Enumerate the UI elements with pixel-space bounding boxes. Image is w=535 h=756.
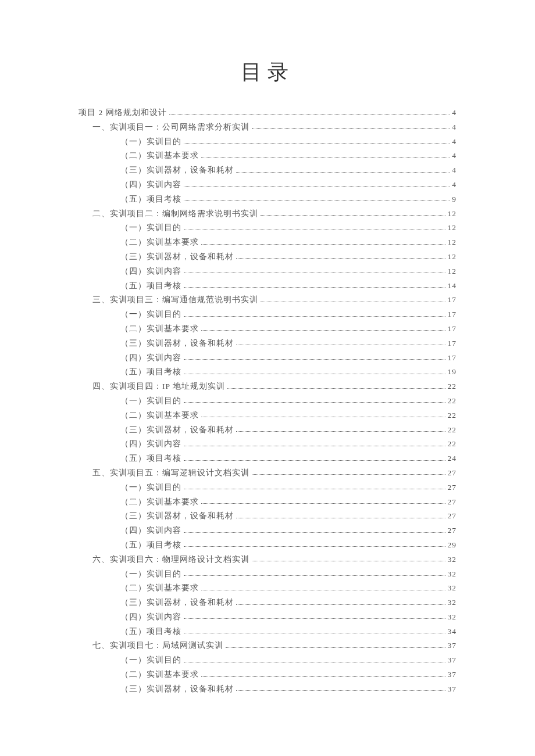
toc-entry-label: （四）实训内容 xyxy=(120,526,181,535)
toc-entry[interactable]: （四）实训内容4 xyxy=(79,181,456,189)
toc-entry-page: 4 xyxy=(452,166,456,174)
toc-entry-label: （一）实训目的 xyxy=(120,570,181,578)
toc-entry-page: 17 xyxy=(448,325,457,333)
toc-entry-label: 三、实训项目三：编写通信规范说明书实训 xyxy=(92,296,258,304)
toc-entry[interactable]: （四）实训内容22 xyxy=(79,440,456,448)
toc-entry[interactable]: （一）实训目的32 xyxy=(79,570,456,578)
toc-leader-dots xyxy=(226,647,445,648)
toc-entry-label: 二、实训项目二：编制网络需求说明书实训 xyxy=(92,210,258,218)
toc-list: 项目 2 网络规划和设计4一、实训项目一：公司网络需求分析实训4（一）实训目的4… xyxy=(79,109,456,693)
toc-leader-dots xyxy=(201,590,445,590)
toc-leader-dots xyxy=(184,186,450,187)
toc-entry-label: （一）实训目的 xyxy=(120,224,181,232)
toc-entry-label: （三）实训器材，设备和耗材 xyxy=(120,426,234,434)
toc-entry[interactable]: （三）实训器材，设备和耗材32 xyxy=(79,599,456,607)
toc-entry-page: 37 xyxy=(448,685,457,693)
toc-leader-dots xyxy=(236,172,450,173)
toc-entry[interactable]: （二）实训基本要求4 xyxy=(79,152,456,160)
toc-entry[interactable]: 二、实训项目二：编制网络需求说明书实训12 xyxy=(79,210,456,218)
toc-leader-dots xyxy=(261,302,445,302)
toc-leader-dots xyxy=(169,114,450,115)
toc-entry-page: 32 xyxy=(448,599,457,607)
toc-entry-page: 32 xyxy=(448,613,457,621)
toc-entry[interactable]: （五）项目考核24 xyxy=(79,454,456,463)
toc-entry[interactable]: （四）实训内容32 xyxy=(79,613,456,621)
toc-entry-page: 17 xyxy=(448,339,457,347)
toc-entry[interactable]: （三）实训器材，设备和耗材27 xyxy=(79,512,456,520)
toc-entry[interactable]: （一）实训目的37 xyxy=(79,656,456,664)
toc-entry[interactable]: （二）实训基本要求32 xyxy=(79,584,456,592)
toc-leader-dots xyxy=(184,633,445,633)
toc-leader-dots xyxy=(184,489,445,489)
toc-entry-label: （一）实训目的 xyxy=(120,656,181,664)
toc-entry-page: 22 xyxy=(448,397,457,405)
toc-entry-page: 4 xyxy=(452,109,456,117)
toc-leader-dots xyxy=(184,374,445,374)
toc-entry[interactable]: 三、实训项目三：编写通信规范说明书实训17 xyxy=(79,296,456,304)
toc-entry[interactable]: （三）实训器材，设备和耗材37 xyxy=(79,685,456,693)
toc-entry-label: （二）实训基本要求 xyxy=(120,671,199,679)
toc-entry-label: 一、实训项目一：公司网络需求分析实训 xyxy=(92,123,249,131)
toc-entry-page: 37 xyxy=(448,656,457,664)
toc-entry[interactable]: （一）实训目的17 xyxy=(79,310,456,318)
toc-entry[interactable]: （三）实训器材，设备和耗材12 xyxy=(79,253,456,261)
toc-entry[interactable]: （五）项目考核29 xyxy=(79,541,456,549)
toc-entry-label: （五）项目考核 xyxy=(120,282,181,290)
toc-entry-label: （二）实训基本要求 xyxy=(120,411,199,420)
toc-entry-page: 32 xyxy=(448,570,457,578)
toc-entry[interactable]: 四、实训项目四：IP 地址规划实训22 xyxy=(79,382,456,390)
toc-entry[interactable]: （三）实训器材，设备和耗材22 xyxy=(79,426,456,434)
toc-leader-dots xyxy=(201,417,445,417)
toc-entry[interactable]: （四）实训内容12 xyxy=(79,267,456,275)
toc-entry[interactable]: （一）实训目的22 xyxy=(79,397,456,405)
toc-entry-page: 22 xyxy=(448,426,457,434)
toc-entry-page: 12 xyxy=(448,224,457,232)
toc-entry[interactable]: （三）实训器材，设备和耗材17 xyxy=(79,339,456,347)
toc-entry-page: 27 xyxy=(448,483,457,492)
toc-entry[interactable]: （一）实训目的12 xyxy=(79,224,456,232)
toc-entry[interactable]: （二）实训基本要求37 xyxy=(79,671,456,679)
toc-entry[interactable]: （五）项目考核14 xyxy=(79,282,456,290)
toc-entry-page: 12 xyxy=(448,210,457,218)
toc-entry-page: 14 xyxy=(448,282,457,290)
toc-entry[interactable]: （五）项目考核19 xyxy=(79,368,456,376)
toc-entry[interactable]: （五）项目考核9 xyxy=(79,195,456,203)
toc-entry-page: 17 xyxy=(448,354,457,362)
toc-entry-label: （三）实训器材，设备和耗材 xyxy=(120,512,234,520)
toc-entry[interactable]: （三）实训器材，设备和耗材4 xyxy=(79,166,456,174)
toc-entry-label: 六、实训项目六：物理网络设计文档实训 xyxy=(92,556,249,564)
toc-entry-page: 19 xyxy=(448,368,457,376)
toc-leader-dots xyxy=(227,388,445,389)
toc-leader-dots xyxy=(184,446,445,446)
toc-entry[interactable]: （四）实训内容27 xyxy=(79,526,456,535)
toc-entry-label: （二）实训基本要求 xyxy=(120,238,199,246)
toc-entry[interactable]: 五、实训项目五：编写逻辑设计文档实训27 xyxy=(79,469,456,477)
toc-entry-label: （五）项目考核 xyxy=(120,454,181,463)
toc-entry-label: 七、实训项目七：局域网测试实训 xyxy=(92,642,223,650)
toc-entry[interactable]: 七、实训项目七：局域网测试实训37 xyxy=(79,642,456,650)
toc-entry[interactable]: （四）实训内容17 xyxy=(79,354,456,362)
toc-entry[interactable]: （二）实训基本要求27 xyxy=(79,498,456,506)
toc-entry[interactable]: （五）项目考核34 xyxy=(79,628,456,636)
toc-entry[interactable]: （二）实训基本要求17 xyxy=(79,325,456,333)
toc-entry[interactable]: （二）实训基本要求12 xyxy=(79,238,456,246)
toc-entry-label: （四）实训内容 xyxy=(120,440,181,448)
toc-entry-page: 4 xyxy=(452,152,456,160)
toc-entry[interactable]: （二）实训基本要求22 xyxy=(79,411,456,420)
toc-entry[interactable]: 六、实训项目六：物理网络设计文档实训32 xyxy=(79,556,456,564)
toc-entry-label: （五）项目考核 xyxy=(120,541,181,549)
toc-entry[interactable]: （一）实训目的4 xyxy=(79,138,456,146)
toc-leader-dots xyxy=(201,503,445,504)
toc-entry-page: 12 xyxy=(448,253,457,261)
toc-entry[interactable]: （一）实训目的27 xyxy=(79,483,456,492)
toc-entry-label: （五）项目考核 xyxy=(120,368,181,376)
toc-entry[interactable]: 一、实训项目一：公司网络需求分析实训4 xyxy=(79,123,456,131)
toc-entry-label: （一）实训目的 xyxy=(120,310,181,318)
toc-entry-label: （二）实训基本要求 xyxy=(120,584,199,592)
toc-leader-dots xyxy=(184,287,445,288)
toc-entry-label: （三）实训器材，设备和耗材 xyxy=(120,166,234,174)
toc-leader-dots xyxy=(236,690,445,691)
toc-leader-dots xyxy=(252,128,450,129)
toc-leader-dots xyxy=(201,157,450,158)
toc-entry[interactable]: 项目 2 网络规划和设计4 xyxy=(79,109,456,117)
